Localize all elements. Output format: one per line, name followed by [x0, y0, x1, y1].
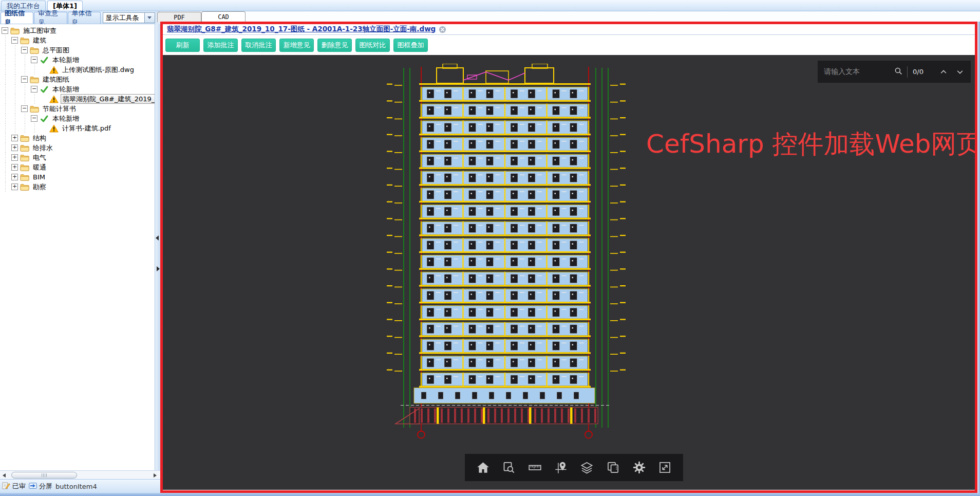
status-item-label: 已审: [12, 482, 26, 491]
home-icon[interactable]: [476, 461, 490, 474]
tree-item[interactable]: +勘察: [0, 182, 155, 192]
tree-item[interactable]: 上传测试图纸-原图.dwg: [0, 65, 155, 75]
tree-item-label: 电气: [31, 153, 48, 162]
collapse-toggle[interactable]: −: [21, 105, 28, 112]
expand-toggle[interactable]: +: [11, 164, 18, 171]
scroll-left-icon: [3, 473, 6, 477]
status-item-分屏[interactable]: 分屏: [29, 482, 52, 491]
tree-item[interactable]: +结构: [0, 133, 155, 143]
folder-icon: [20, 36, 29, 45]
tree-item-label: 本轮新增: [51, 56, 81, 64]
tree-item[interactable]: +电气: [0, 153, 155, 162]
warn-icon: [49, 124, 59, 133]
tree-item[interactable]: +暖通: [0, 162, 155, 172]
chevron-down-icon: [147, 16, 152, 19]
combo-dropdown-button[interactable]: [144, 13, 155, 23]
action-button-6[interactable]: 图纸对比: [355, 39, 390, 52]
panel-tab-3[interactable]: 单体信息: [68, 12, 101, 24]
action-button-5[interactable]: 删除意见: [317, 39, 352, 52]
divider: [907, 66, 908, 78]
status-item-buttonItem4[interactable]: buttonItem4: [55, 483, 97, 490]
collapse-toggle[interactable]: −: [31, 115, 37, 122]
tree-item[interactable]: +给排水: [0, 143, 155, 153]
tree-item[interactable]: −本轮新增: [0, 114, 155, 123]
tree-item[interactable]: −建筑: [0, 35, 155, 45]
document-tab-title: 翡翠湖别院_G8#_建筑_2019_10_17-图纸 - A2001A-1-23…: [167, 25, 436, 34]
tree-horizontal-scrollbar[interactable]: [0, 470, 160, 479]
tree-item-label: 结构: [31, 134, 48, 142]
fullscreen-icon[interactable]: [658, 461, 672, 474]
expand-toggle[interactable]: +: [11, 135, 18, 141]
layers-icon[interactable]: [580, 461, 594, 474]
action-button-4[interactable]: 新增意见: [279, 39, 314, 52]
splitter-collapse-right-button[interactable]: [157, 266, 160, 271]
tree-item[interactable]: −节能计算书: [0, 104, 155, 114]
toolbar-combo-value: 显示工具条: [103, 13, 144, 23]
expand-toggle[interactable]: +: [11, 154, 18, 161]
expand-toggle[interactable]: +: [11, 174, 18, 180]
folder-icon: [30, 76, 39, 84]
action-button-3[interactable]: 取消批注: [241, 39, 276, 52]
scroll-left-button[interactable]: [0, 471, 8, 479]
check-icon: [40, 115, 49, 123]
status-item-label: buttonItem4: [55, 483, 97, 490]
scrollbar-thumb[interactable]: [11, 472, 77, 479]
folder-icon: [20, 183, 29, 191]
file-tree: −施工图审查−建筑−总平面图−本轮新增上传测试图纸-原图.dwg−建筑图纸−本轮…: [0, 24, 155, 470]
panel-splitter[interactable]: [155, 24, 160, 470]
document-tab[interactable]: 翡翠湖别院_G8#_建筑_2019_10_17-图纸 - A2001A-1-23…: [163, 24, 975, 35]
action-button-2[interactable]: 添加批注: [203, 39, 238, 52]
settings-icon[interactable]: [632, 461, 646, 474]
tree-item[interactable]: +BIM: [0, 172, 155, 182]
tree-item-label: 本轮新增: [51, 114, 81, 123]
frames-icon[interactable]: [606, 461, 620, 474]
marker-icon[interactable]: [554, 461, 568, 474]
viewer-tab-pdf[interactable]: PDF: [157, 12, 201, 22]
collapse-toggle[interactable]: −: [31, 57, 37, 63]
zoom-area-icon[interactable]: [502, 461, 516, 474]
folder-icon: [30, 46, 39, 54]
tree-item-label: 建筑图纸: [41, 75, 71, 84]
tree-item-label: 暖通: [31, 163, 48, 172]
tree-item[interactable]: 翡翠湖别院_G8#_建筑_2019_10_17: [0, 94, 155, 104]
cad-viewer[interactable]: CefSharp 控件加载Web网页 请输入文本 0/0: [163, 55, 975, 490]
tree-item[interactable]: −本轮新增: [0, 55, 155, 65]
main-tab-bar: 我的工作台[单体1]: [0, 0, 980, 11]
collapse-toggle[interactable]: −: [21, 76, 28, 83]
close-icon[interactable]: [439, 26, 446, 33]
expand-toggle[interactable]: +: [11, 183, 18, 190]
collapse-toggle[interactable]: −: [21, 47, 28, 53]
collapse-toggle[interactable]: −: [31, 86, 37, 93]
action-button-1[interactable]: 刷新: [165, 39, 200, 52]
collapse-toggle[interactable]: −: [11, 37, 18, 44]
tree-item[interactable]: −本轮新增: [0, 84, 155, 94]
tree-item[interactable]: −建筑图纸: [0, 75, 155, 84]
window-bottom-edge: [0, 493, 980, 496]
search-input[interactable]: 请输入文本: [824, 67, 894, 77]
viewer-tab-cad[interactable]: CAD: [201, 11, 246, 22]
tree-item-label: 上传测试图纸-原图.dwg: [61, 65, 136, 74]
viewer-tab-strip: [160, 11, 980, 22]
collapse-toggle[interactable]: −: [2, 27, 8, 34]
status-bar: 已审分屏buttonItem4: [0, 479, 160, 493]
app-window: 我的工作台[单体1] 图纸信息审查意见单体信息显示工具条 −施工图审查−建筑−总…: [0, 0, 980, 496]
splitter-collapse-left-button[interactable]: [156, 235, 159, 241]
search-icon[interactable]: [894, 66, 903, 77]
panel-tab-2[interactable]: 审查意见: [34, 12, 67, 24]
tree-item[interactable]: −施工图审查: [0, 26, 155, 35]
tree-item-label: 计算书-建筑.pdf: [61, 124, 112, 133]
tree-item[interactable]: 计算书-建筑.pdf: [0, 123, 155, 133]
chevron-down-icon[interactable]: [955, 67, 965, 77]
chevron-up-icon[interactable]: [939, 67, 948, 77]
action-button-7[interactable]: 图框叠加: [393, 39, 428, 52]
tree-item[interactable]: −总平面图: [0, 45, 155, 55]
ruler-icon[interactable]: [528, 461, 542, 474]
tree-item-label: 建筑: [31, 36, 48, 45]
expand-toggle[interactable]: +: [11, 144, 18, 151]
cad-elevation-drawing[interactable]: [385, 64, 633, 448]
scroll-right-button[interactable]: [151, 471, 159, 479]
status-item-已审[interactable]: 已审: [2, 482, 26, 491]
toolbar-combo[interactable]: 显示工具条: [103, 12, 155, 23]
warn-icon: [49, 95, 59, 103]
panel-tab-1[interactable]: 图纸信息: [1, 12, 33, 24]
